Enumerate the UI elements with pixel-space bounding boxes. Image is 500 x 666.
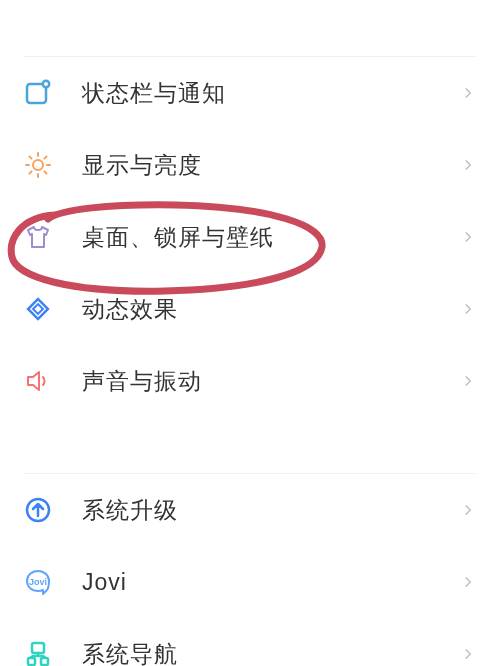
svg-rect-12: [28, 299, 48, 319]
navigation-icon: [24, 640, 52, 666]
svg-text:Jovi: Jovi: [29, 577, 47, 587]
diamond-icon: [24, 295, 52, 323]
settings-item-system-update[interactable]: 系统升级: [24, 474, 476, 546]
status-bar-icon: [24, 79, 52, 107]
svg-rect-18: [41, 658, 48, 665]
settings-item-status-bar-notification[interactable]: 状态栏与通知: [24, 57, 476, 129]
settings-item-jovi[interactable]: Jovi Jovi: [24, 546, 476, 618]
settings-item-label: 声音与振动: [82, 366, 460, 397]
chevron-right-icon: [460, 301, 476, 317]
jovi-icon: Jovi: [24, 568, 52, 596]
settings-item-display-brightness[interactable]: 显示与亮度: [24, 129, 476, 201]
chevron-right-icon: [460, 85, 476, 101]
chevron-right-icon: [460, 157, 476, 173]
settings-item-label: 系统升级: [82, 495, 460, 526]
brightness-icon: [24, 151, 52, 179]
update-icon: [24, 496, 52, 524]
settings-item-label: Jovi: [82, 569, 460, 596]
svg-line-10: [30, 171, 32, 173]
chevron-right-icon: [460, 646, 476, 662]
settings-list: 状态栏与通知 显示与亮度: [0, 56, 500, 666]
settings-item-label: 显示与亮度: [82, 150, 460, 181]
settings-item-system-navigation[interactable]: 系统导航: [24, 618, 476, 666]
chevron-right-icon: [460, 574, 476, 590]
chevron-right-icon: [460, 229, 476, 245]
settings-item-label: 系统导航: [82, 639, 460, 667]
svg-rect-13: [33, 304, 43, 314]
settings-item-label: 桌面、锁屏与壁纸: [82, 222, 460, 253]
settings-item-label: 状态栏与通知: [82, 78, 460, 109]
tshirt-icon: [24, 223, 52, 251]
chevron-right-icon: [460, 373, 476, 389]
speaker-icon: [24, 367, 52, 395]
settings-item-desktop-lock-wallpaper[interactable]: 桌面、锁屏与壁纸: [24, 201, 476, 273]
group-gap: [24, 417, 476, 473]
svg-rect-17: [28, 658, 35, 665]
settings-item-label: 动态效果: [82, 294, 460, 325]
svg-point-3: [33, 160, 43, 170]
svg-line-11: [44, 157, 46, 159]
svg-line-8: [30, 157, 32, 159]
svg-rect-16: [32, 643, 44, 653]
chevron-right-icon: [460, 502, 476, 518]
svg-line-9: [44, 171, 46, 173]
settings-item-motion-effects[interactable]: 动态效果: [24, 273, 476, 345]
settings-item-sound-vibration[interactable]: 声音与振动: [24, 345, 476, 417]
